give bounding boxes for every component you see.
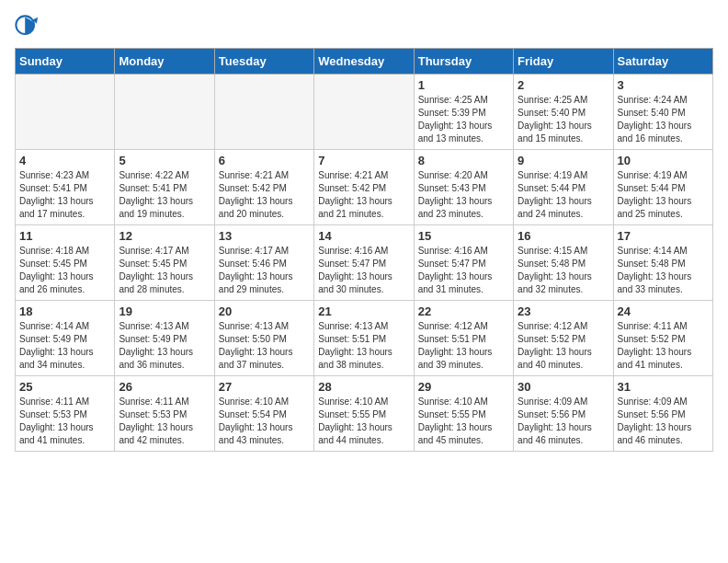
day-info: Sunrise: 4:17 AM Sunset: 5:46 PM Dayligh… — [219, 245, 310, 296]
calendar-cell: 1Sunrise: 4:25 AM Sunset: 5:39 PM Daylig… — [414, 75, 513, 150]
day-number: 18 — [19, 304, 110, 318]
day-number: 31 — [618, 380, 709, 394]
calendar-cell: 25Sunrise: 4:11 AM Sunset: 5:53 PM Dayli… — [16, 376, 115, 452]
day-headers-row: SundayMondayTuesdayWednesdayThursdayFrid… — [16, 49, 713, 75]
calendar-cell: 13Sunrise: 4:17 AM Sunset: 5:46 PM Dayli… — [214, 225, 313, 301]
day-info: Sunrise: 4:23 AM Sunset: 5:41 PM Dayligh… — [19, 169, 110, 221]
day-number: 3 — [618, 78, 709, 92]
calendar-cell: 8Sunrise: 4:20 AM Sunset: 5:43 PM Daylig… — [414, 150, 513, 225]
calendar-cell: 3Sunrise: 4:24 AM Sunset: 5:40 PM Daylig… — [613, 75, 712, 150]
calendar-cell: 20Sunrise: 4:13 AM Sunset: 5:50 PM Dayli… — [214, 301, 313, 376]
week-row-3: 11Sunrise: 4:18 AM Sunset: 5:45 PM Dayli… — [16, 225, 713, 301]
day-info: Sunrise: 4:16 AM Sunset: 5:47 PM Dayligh… — [318, 245, 409, 296]
day-number: 9 — [518, 154, 609, 167]
day-info: Sunrise: 4:10 AM Sunset: 5:55 PM Dayligh… — [418, 396, 509, 447]
logo-icon — [15, 15, 40, 40]
calendar-cell: 27Sunrise: 4:10 AM Sunset: 5:54 PM Dayli… — [214, 376, 313, 452]
day-number: 22 — [418, 304, 509, 318]
day-header-thursday: Thursday — [414, 49, 513, 75]
day-info: Sunrise: 4:11 AM Sunset: 5:53 PM Dayligh… — [19, 396, 110, 447]
day-info: Sunrise: 4:11 AM Sunset: 5:53 PM Dayligh… — [119, 396, 210, 447]
day-header-wednesday: Wednesday — [314, 49, 414, 75]
day-number: 28 — [318, 380, 409, 394]
calendar-cell: 17Sunrise: 4:14 AM Sunset: 5:48 PM Dayli… — [613, 225, 712, 301]
day-info: Sunrise: 4:09 AM Sunset: 5:56 PM Dayligh… — [618, 396, 709, 447]
calendar-cell: 23Sunrise: 4:12 AM Sunset: 5:52 PM Dayli… — [514, 301, 613, 376]
day-info: Sunrise: 4:20 AM Sunset: 5:43 PM Dayligh… — [418, 169, 509, 221]
day-number: 10 — [618, 154, 709, 167]
day-info: Sunrise: 4:10 AM Sunset: 5:55 PM Dayligh… — [318, 396, 409, 447]
day-info: Sunrise: 4:22 AM Sunset: 5:41 PM Dayligh… — [119, 169, 210, 221]
day-number: 6 — [219, 154, 310, 167]
day-header-sunday: Sunday — [16, 49, 115, 75]
day-info: Sunrise: 4:13 AM Sunset: 5:51 PM Dayligh… — [318, 320, 409, 372]
calendar-cell: 6Sunrise: 4:21 AM Sunset: 5:42 PM Daylig… — [214, 150, 313, 225]
calendar-cell — [115, 75, 214, 150]
week-row-2: 4Sunrise: 4:23 AM Sunset: 5:41 PM Daylig… — [16, 150, 713, 225]
day-info: Sunrise: 4:21 AM Sunset: 5:42 PM Dayligh… — [219, 169, 310, 221]
day-number: 14 — [318, 229, 409, 243]
calendar-cell: 26Sunrise: 4:11 AM Sunset: 5:53 PM Dayli… — [115, 376, 214, 452]
day-info: Sunrise: 4:12 AM Sunset: 5:52 PM Dayligh… — [518, 320, 609, 372]
calendar-cell: 12Sunrise: 4:17 AM Sunset: 5:45 PM Dayli… — [115, 225, 214, 301]
calendar-cell: 4Sunrise: 4:23 AM Sunset: 5:41 PM Daylig… — [16, 150, 115, 225]
calendar-cell: 16Sunrise: 4:15 AM Sunset: 5:48 PM Dayli… — [514, 225, 613, 301]
day-number: 27 — [219, 380, 310, 394]
calendar-cell: 10Sunrise: 4:19 AM Sunset: 5:44 PM Dayli… — [613, 150, 712, 225]
calendar-cell: 24Sunrise: 4:11 AM Sunset: 5:52 PM Dayli… — [613, 301, 712, 376]
calendar-cell: 15Sunrise: 4:16 AM Sunset: 5:47 PM Dayli… — [414, 225, 513, 301]
day-number: 19 — [119, 304, 210, 318]
day-header-tuesday: Tuesday — [214, 49, 313, 75]
day-info: Sunrise: 4:25 AM Sunset: 5:39 PM Dayligh… — [418, 94, 509, 145]
day-info: Sunrise: 4:19 AM Sunset: 5:44 PM Dayligh… — [518, 169, 609, 221]
day-info: Sunrise: 4:10 AM Sunset: 5:54 PM Dayligh… — [219, 396, 310, 447]
day-info: Sunrise: 4:13 AM Sunset: 5:49 PM Dayligh… — [119, 320, 210, 372]
day-number: 12 — [119, 229, 210, 243]
calendar-cell: 7Sunrise: 4:21 AM Sunset: 5:42 PM Daylig… — [314, 150, 414, 225]
calendar-cell — [314, 75, 414, 150]
calendar-cell: 14Sunrise: 4:16 AM Sunset: 5:47 PM Dayli… — [314, 225, 414, 301]
calendar-cell: 2Sunrise: 4:25 AM Sunset: 5:40 PM Daylig… — [514, 75, 613, 150]
day-number: 21 — [318, 304, 409, 318]
week-row-5: 25Sunrise: 4:11 AM Sunset: 5:53 PM Dayli… — [16, 376, 713, 452]
day-header-monday: Monday — [115, 49, 214, 75]
day-info: Sunrise: 4:24 AM Sunset: 5:40 PM Dayligh… — [618, 94, 709, 145]
day-info: Sunrise: 4:19 AM Sunset: 5:44 PM Dayligh… — [618, 169, 709, 221]
day-number: 1 — [418, 78, 509, 92]
day-header-saturday: Saturday — [613, 49, 712, 75]
calendar-cell: 9Sunrise: 4:19 AM Sunset: 5:44 PM Daylig… — [514, 150, 613, 225]
calendar-cell: 21Sunrise: 4:13 AM Sunset: 5:51 PM Dayli… — [314, 301, 414, 376]
logo — [15, 15, 44, 40]
day-number: 26 — [119, 380, 210, 394]
day-number: 4 — [19, 154, 110, 167]
day-number: 17 — [618, 229, 709, 243]
day-info: Sunrise: 4:16 AM Sunset: 5:47 PM Dayligh… — [418, 245, 509, 296]
day-info: Sunrise: 4:13 AM Sunset: 5:50 PM Dayligh… — [219, 320, 310, 372]
calendar-cell: 31Sunrise: 4:09 AM Sunset: 5:56 PM Dayli… — [613, 376, 712, 452]
day-info: Sunrise: 4:11 AM Sunset: 5:52 PM Dayligh… — [618, 320, 709, 372]
calendar-cell: 19Sunrise: 4:13 AM Sunset: 5:49 PM Dayli… — [115, 301, 214, 376]
calendar-cell: 22Sunrise: 4:12 AM Sunset: 5:51 PM Dayli… — [414, 301, 513, 376]
calendar-cell: 11Sunrise: 4:18 AM Sunset: 5:45 PM Dayli… — [16, 225, 115, 301]
week-row-1: 1Sunrise: 4:25 AM Sunset: 5:39 PM Daylig… — [16, 75, 713, 150]
day-info: Sunrise: 4:14 AM Sunset: 5:48 PM Dayligh… — [618, 245, 709, 296]
day-info: Sunrise: 4:18 AM Sunset: 5:45 PM Dayligh… — [19, 245, 110, 296]
day-number: 23 — [518, 304, 609, 318]
day-info: Sunrise: 4:25 AM Sunset: 5:40 PM Dayligh… — [518, 94, 609, 145]
day-number: 15 — [418, 229, 509, 243]
day-number: 16 — [518, 229, 609, 243]
day-number: 25 — [19, 380, 110, 394]
day-number: 11 — [19, 229, 110, 243]
day-number: 24 — [618, 304, 709, 318]
calendar-cell: 5Sunrise: 4:22 AM Sunset: 5:41 PM Daylig… — [115, 150, 214, 225]
day-info: Sunrise: 4:15 AM Sunset: 5:48 PM Dayligh… — [518, 245, 609, 296]
calendar-cell: 28Sunrise: 4:10 AM Sunset: 5:55 PM Dayli… — [314, 376, 414, 452]
day-number: 20 — [219, 304, 310, 318]
day-info: Sunrise: 4:17 AM Sunset: 5:45 PM Dayligh… — [119, 245, 210, 296]
page-header — [15, 15, 713, 40]
day-number: 30 — [518, 380, 609, 394]
day-info: Sunrise: 4:09 AM Sunset: 5:56 PM Dayligh… — [518, 396, 609, 447]
calendar-cell: 30Sunrise: 4:09 AM Sunset: 5:56 PM Dayli… — [514, 376, 613, 452]
calendar-cell — [16, 75, 115, 150]
calendar-cell — [214, 75, 313, 150]
